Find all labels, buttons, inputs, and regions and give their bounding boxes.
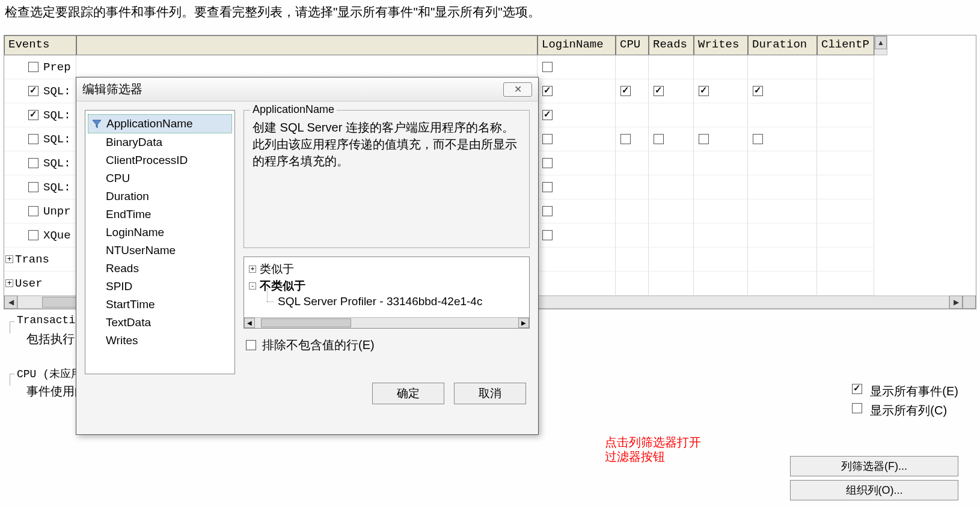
event-row-checkbox[interactable] xyxy=(28,230,38,240)
tree-hscrollbar[interactable]: ◀ ▶ xyxy=(244,317,529,328)
event-row-checkbox[interactable] xyxy=(28,182,38,192)
cell-checkbox[interactable] xyxy=(654,86,664,96)
filter-list-item[interactable]: ApplicationName xyxy=(88,114,232,133)
cell-checkbox[interactable] xyxy=(753,86,763,96)
filter-list-item[interactable]: EndTime xyxy=(88,205,232,223)
filter-list-item-label: ApplicationName xyxy=(106,117,193,130)
description-fieldset: ApplicationName 创建 SQL Server 连接的客户端应用程序… xyxy=(243,110,530,248)
cell-checkbox[interactable] xyxy=(620,86,631,96)
description-text: 创建 SQL Server 连接的客户端应用程序的名称。此列由该应用程序传递的值… xyxy=(244,111,529,178)
cell-checkbox[interactable] xyxy=(753,134,763,144)
cell-checkbox[interactable] xyxy=(542,62,553,72)
filter-column-list[interactable]: ApplicationNameBinaryDataClientProcessID… xyxy=(85,110,235,374)
show-all-cols-checkbox[interactable] xyxy=(852,403,862,413)
expand-minus-icon[interactable]: - xyxy=(249,282,256,290)
tree-notlike-value[interactable]: SQL Server Profiler - 33146bbd-42e1-4c xyxy=(249,294,524,309)
filter-list-item[interactable]: CPU xyxy=(88,169,232,187)
tree-like-node[interactable]: + 类似于 xyxy=(249,261,524,278)
dialog-ok-button[interactable]: 确定 xyxy=(372,383,444,404)
filter-list-item-label: CPU xyxy=(106,172,130,184)
filter-list-item[interactable]: LoginName xyxy=(88,223,232,241)
header-reads[interactable]: Reads xyxy=(649,35,694,55)
expand-plus-icon[interactable]: + xyxy=(5,279,13,287)
cell-checkbox[interactable] xyxy=(542,86,553,96)
cell-checkbox[interactable] xyxy=(542,134,553,144)
vscroll-top-arrow[interactable]: ▲ xyxy=(874,35,887,55)
header-clientp[interactable]: ClientP xyxy=(817,35,874,55)
funnel-icon xyxy=(92,118,102,128)
description-legend: ApplicationName xyxy=(250,103,337,116)
expand-plus-icon[interactable]: + xyxy=(5,255,13,263)
cell-checkbox[interactable] xyxy=(699,86,709,96)
header-cpu[interactable]: CPU xyxy=(616,35,649,55)
filter-list-item-label: NTUserName xyxy=(106,244,176,257)
table-row[interactable]: Prep xyxy=(4,55,976,79)
right-buttons: 列筛选器(F)... 组织列(O)... xyxy=(790,452,958,504)
dialog-cancel-button[interactable]: 取消 xyxy=(454,383,526,404)
exclude-empty-checkbox[interactable] xyxy=(246,340,256,350)
filter-list-item[interactable]: Writes xyxy=(88,332,232,350)
event-row-checkbox[interactable] xyxy=(28,134,38,144)
event-row-checkbox[interactable] xyxy=(28,158,38,168)
hscroll-left-arrow[interactable]: ◀ xyxy=(4,296,17,309)
cell-checkbox[interactable] xyxy=(542,158,553,168)
filter-list-item[interactable]: Duration xyxy=(88,187,232,205)
cell-checkbox[interactable] xyxy=(654,134,664,144)
event-row-label: Unpr xyxy=(43,205,71,218)
filter-list-item[interactable]: SPID xyxy=(88,278,232,296)
right-options: 显示所有事件(E) 显示所有列(C) xyxy=(850,380,958,420)
header-duration[interactable]: Duration xyxy=(748,35,817,55)
event-row-checkbox[interactable] xyxy=(28,62,38,72)
tree-like-label: 类似于 xyxy=(260,261,294,277)
filter-list-item-label: Reads xyxy=(106,262,139,275)
filter-list-item[interactable]: Reads xyxy=(88,260,232,278)
filter-list-item-label: ClientProcessID xyxy=(106,154,188,166)
cell-checkbox[interactable] xyxy=(699,134,709,144)
filter-list-item[interactable]: NTUserName xyxy=(88,241,232,260)
filter-list-item[interactable]: BinaryData xyxy=(88,133,232,151)
filter-list-item[interactable]: ClientProcessID xyxy=(88,151,232,169)
filter-tree[interactable]: + 类似于 - 不类似于 SQL Server Profiler - 33146… xyxy=(243,257,530,329)
cell-checkbox[interactable] xyxy=(542,206,553,216)
event-row-label: SQL: xyxy=(43,133,71,146)
tree-notlike-node[interactable]: - 不类似于 xyxy=(249,278,524,294)
hscroll-right-arrow[interactable]: ▶ xyxy=(949,296,963,309)
tree-notlike-value-label: SQL Server Profiler - 33146bbd-42e1-4c xyxy=(278,295,482,308)
svg-marker-2 xyxy=(93,120,101,128)
header-hidden xyxy=(76,35,537,55)
event-row-checkbox[interactable] xyxy=(28,206,38,216)
header-events[interactable]: Events xyxy=(4,35,76,55)
filter-list-item-label: TextData xyxy=(106,316,151,329)
filter-list-item-label: EndTime xyxy=(106,208,151,220)
event-row-label: XQue xyxy=(43,229,71,242)
tree-scroll-left-icon[interactable]: ◀ xyxy=(244,318,255,328)
event-row-label: SQL: xyxy=(43,157,71,170)
tree-scroll-right-icon[interactable]: ▶ xyxy=(518,318,529,328)
event-row-checkbox[interactable] xyxy=(28,110,38,120)
filter-list-item[interactable]: StartTime xyxy=(88,296,232,314)
show-all-cols-option[interactable]: 显示所有列(C) xyxy=(850,401,958,419)
header-loginname[interactable]: LoginName xyxy=(537,35,616,55)
cell-checkbox[interactable] xyxy=(542,182,553,192)
column-filter-button[interactable]: 列筛选器(F)... xyxy=(790,456,958,476)
cell-checkbox[interactable] xyxy=(542,110,553,120)
dialog-close-button[interactable]: ✕ xyxy=(503,82,532,97)
exclude-empty-label: 排除不包含值的行(E) xyxy=(262,337,375,353)
show-all-events-checkbox[interactable] xyxy=(852,384,862,394)
tree-scroll-thumb[interactable] xyxy=(261,318,351,327)
cell-checkbox[interactable] xyxy=(620,134,631,144)
event-row-checkbox[interactable] xyxy=(28,86,38,96)
cell-checkbox[interactable] xyxy=(542,230,553,240)
show-all-events-label: 显示所有事件(E) xyxy=(870,384,958,398)
expand-plus-icon[interactable]: + xyxy=(249,266,256,273)
filter-list-item-label: LoginName xyxy=(106,226,164,238)
event-row-label: SQL: xyxy=(43,181,71,194)
filter-list-item-label: BinaryData xyxy=(106,136,162,148)
exclude-empty-row[interactable]: 排除不包含值的行(E) xyxy=(243,337,530,353)
header-writes[interactable]: Writes xyxy=(694,35,748,55)
organize-columns-button[interactable]: 组织列(O)... xyxy=(790,480,958,500)
dialog-titlebar[interactable]: 编辑筛选器 ✕ xyxy=(76,77,538,102)
filter-list-item-label: SPID xyxy=(106,280,132,293)
show-all-events-option[interactable]: 显示所有事件(E) xyxy=(850,382,958,399)
filter-list-item[interactable]: TextData xyxy=(88,314,232,332)
